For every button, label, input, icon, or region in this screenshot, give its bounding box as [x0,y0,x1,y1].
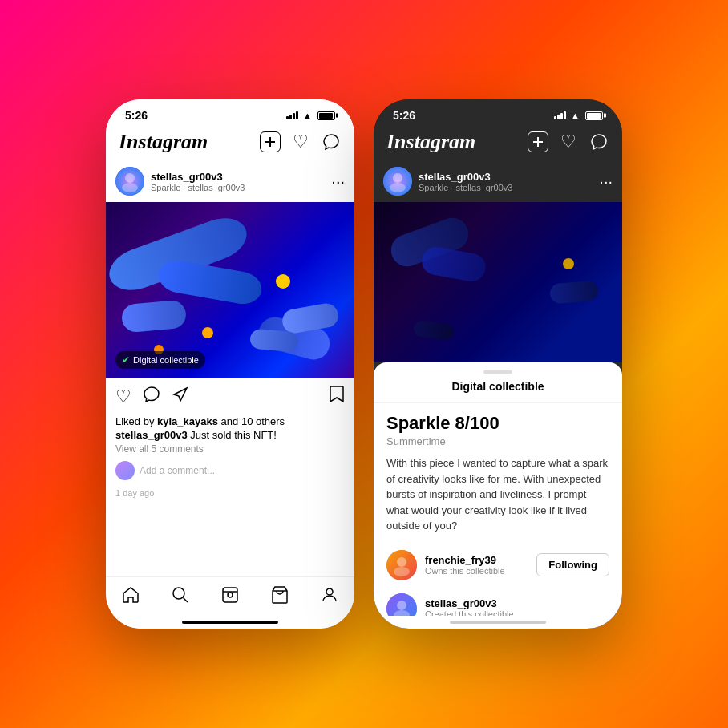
left-view-comments[interactable]: View all 5 comments [115,443,345,455]
left-like-icon[interactable]: ♡ [115,386,131,407]
sheet-nft-subtitle: Summertime [374,435,622,455]
right-signal-icon [554,111,566,119]
svg-line-6 [184,598,188,603]
left-post-actions: ♡ [106,378,354,415]
right-more-button[interactable]: ··· [599,173,613,189]
left-heart-icon[interactable]: ♡ [290,131,311,152]
right-home-bar [450,621,546,624]
svg-point-18 [394,567,410,576]
right-heart-icon[interactable]: ♡ [558,131,579,152]
owner2-name: stellas_gr00v3 [425,597,514,609]
sheet-description: With this piece I wanted to capture what… [374,455,622,544]
right-time: 5:26 [393,109,415,122]
left-caption-username: stellas_gr00v3 [115,429,188,441]
right-post-user-info: stellas_gr00v3 Sparkle · stellas_gr00v3 [419,171,512,192]
svg-rect-7 [223,588,237,602]
left-status-icons: ▲ [286,111,335,120]
left-timestamp: 1 day ago [106,487,354,501]
left-home-bar [182,621,278,624]
right-post-subtitle: Sparkle · stellas_gr00v3 [419,183,512,192]
left-action-icons: ♡ [115,386,189,408]
left-add-icon[interactable] [260,131,281,152]
owner1-name: frenchie_fry39 [425,554,505,566]
sheet-title: Digital collectible [374,380,622,403]
nav-search-icon[interactable] [171,585,190,609]
right-add-icon[interactable] [528,131,548,152]
right-home-indicator [374,616,622,629]
left-ig-header: Instagram ♡ [106,125,354,160]
left-user-avatar [115,167,144,196]
sheet-handle [483,370,512,374]
digital-collectible-badge: ✔ Digital collectible [115,351,205,369]
nav-profile-icon[interactable] [320,585,339,609]
svg-point-8 [228,593,233,597]
right-post-user: stellas_gr00v3 Sparkle · stellas_gr00v3 [383,167,512,196]
right-wifi-icon: ▲ [571,111,580,120]
left-phone: 5:26 ▲ Instagram [106,99,354,629]
left-share-icon[interactable] [172,386,189,408]
nav-home-icon[interactable] [121,585,140,609]
svg-point-5 [173,588,184,599]
signal-icon [286,111,298,119]
owner2-left: stellas_gr00v3 Created this collectible [386,593,514,617]
left-post-info: Liked by kyia_kayaks and 10 others stell… [106,415,354,487]
following-button[interactable]: Following [536,553,609,576]
badge-text: Digital collectible [133,355,199,365]
owner1-left: frenchie_fry39 Owns this collectible [386,550,505,580]
svg-point-10 [326,588,333,595]
left-comment-input[interactable]: Add a comment... [140,465,215,476]
left-likes-text: Liked by kyia_kayaks and 10 others [115,415,345,427]
left-header-icons: ♡ [260,131,342,152]
svg-rect-12 [533,141,543,143]
left-post-user-info: stellas_gr00v3 Sparkle · stellas_gr00v3 [151,171,245,192]
left-post-image: ✔ Digital collectible [106,202,354,378]
phones-container: 5:26 ▲ Instagram [74,67,654,661]
left-post-subtitle: Sparkle · stellas_gr00v3 [151,183,245,192]
svg-point-14 [393,173,402,183]
svg-point-17 [397,557,406,567]
left-ig-logo: Instagram [119,130,208,154]
left-comment-icon[interactable] [143,386,160,408]
sheet-owner2: stellas_gr00v3 Created this collectible [374,587,622,617]
owner2-info: stellas_gr00v3 Created this collectible [425,597,514,616]
sheet-owner1: frenchie_fry39 Owns this collectible Fol… [374,544,622,587]
sheet-handle-container [374,362,622,380]
left-status-bar: 5:26 ▲ [106,99,354,125]
right-ig-logo: Instagram [386,130,475,154]
left-post-user: stellas_gr00v3 Sparkle · stellas_gr00v3 [115,167,245,196]
right-message-icon[interactable] [588,131,609,152]
svg-point-20 [397,601,406,610]
right-battery-icon [585,111,603,120]
svg-point-15 [390,183,406,192]
wifi-icon: ▲ [303,111,312,120]
right-status-icons: ▲ [554,111,603,120]
nav-reels-icon[interactable] [220,585,240,609]
nav-shop-icon[interactable] [270,585,289,609]
left-comment-avatar [115,461,135,480]
sheet-nft-title: Sparkle 8/100 [374,403,622,435]
right-post-username: stellas_gr00v3 [419,171,512,183]
left-add-comment: Add a comment... [115,458,345,483]
left-caption: stellas_gr00v3 Just sold this NFT! [115,429,345,441]
owner1-info: frenchie_fry39 Owns this collectible [425,554,505,576]
right-bottom-sheet: Digital collectible Sparkle 8/100 Summer… [374,362,622,616]
svg-point-3 [125,173,135,183]
owner2-avatar [386,593,417,617]
left-caption-text: Just sold this NFT! [190,429,277,441]
check-icon: ✔ [122,354,130,366]
right-user-avatar [383,167,412,196]
left-message-icon[interactable] [321,131,342,152]
left-post-header: stellas_gr00v3 Sparkle · stellas_gr00v3 … [106,160,354,202]
svg-point-4 [122,183,138,192]
left-bottom-nav [106,576,354,616]
svg-rect-1 [265,141,275,143]
owner1-avatar [386,550,417,580]
battery-icon [317,111,335,120]
right-post-header: stellas_gr00v3 Sparkle · stellas_gr00v3 … [374,160,622,202]
left-more-button[interactable]: ··· [331,173,345,189]
owner1-role: Owns this collectible [425,566,505,576]
left-time: 5:26 [125,109,148,122]
left-bookmark-icon[interactable] [329,385,345,409]
right-status-bar: 5:26 ▲ [374,99,622,125]
right-post-image [374,202,622,362]
